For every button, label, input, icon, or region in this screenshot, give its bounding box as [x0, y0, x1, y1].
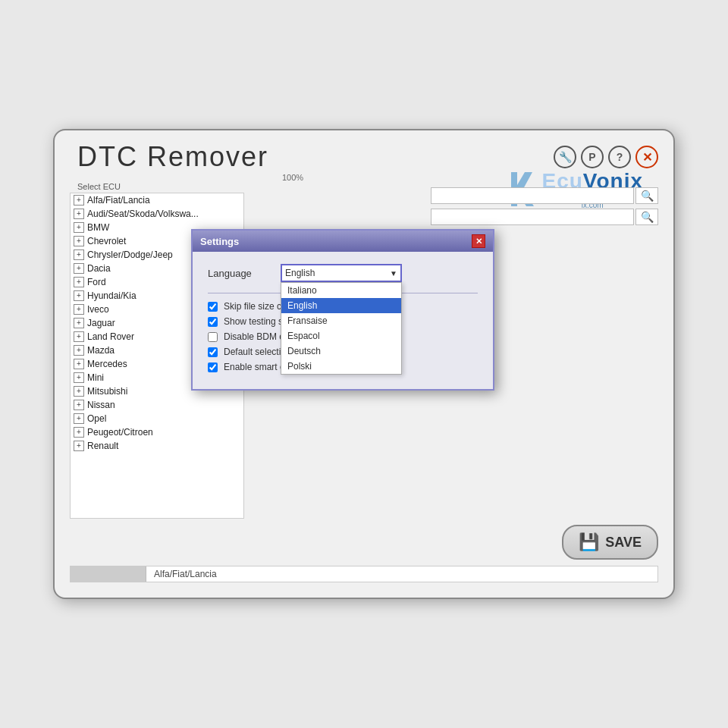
search-input-2[interactable]: [431, 209, 634, 225]
wrench-icon: 🔧: [559, 151, 572, 163]
ecu-list-item[interactable]: +Peugeot/Citroen: [71, 425, 243, 439]
help-icon: ?: [617, 151, 623, 163]
settings-checkbox-input[interactable]: [208, 347, 218, 357]
parking-icon: P: [588, 151, 595, 163]
settings-checkbox-input[interactable]: [208, 302, 218, 312]
expand-icon: +: [74, 427, 84, 438]
language-select-box[interactable]: English ▼: [281, 264, 402, 282]
ecu-list-item[interactable]: +Alfa/Fiat/Lancia: [71, 193, 243, 207]
settings-checkbox-input[interactable]: [208, 317, 218, 327]
expand-icon: +: [74, 413, 84, 424]
language-option[interactable]: Polski: [281, 359, 401, 374]
ecu-item-label: Mitsubishi: [87, 386, 127, 397]
ecu-item-label: Mini: [87, 372, 104, 383]
settings-dialog: Settings ✕ Language English ▼ ItalianoEn…: [191, 229, 494, 391]
parking-icon-btn[interactable]: P: [581, 146, 604, 168]
expand-icon: +: [74, 222, 84, 233]
ecu-item-label: Land Rover: [87, 331, 134, 342]
ecu-list-item[interactable]: +Opel: [71, 412, 243, 425]
ecu-item-label: Ford: [87, 277, 106, 287]
language-option[interactable]: Fransaise: [281, 313, 401, 328]
status-bar: Alfa/Fiat/Lancia: [70, 566, 658, 582]
expand-icon: +: [74, 236, 84, 246]
ecu-item-label: Mazda: [87, 345, 115, 356]
ecu-list-item[interactable]: +Audi/Seat/Skoda/Volkswa...: [71, 207, 243, 221]
expand-icon: +: [74, 331, 84, 342]
settings-titlebar: Settings ✕: [193, 231, 493, 252]
language-dropdown: ItalianoEnglishFransaiseEspacolDeutschPo…: [281, 282, 402, 375]
expand-icon: +: [74, 372, 84, 383]
search-input-1[interactable]: [431, 187, 634, 204]
language-label: Language: [208, 268, 268, 279]
ecu-item-label: Iveco: [87, 304, 109, 315]
language-current: English: [285, 268, 315, 278]
settings-title: Settings: [200, 236, 239, 247]
expand-icon: +: [74, 304, 84, 315]
expand-icon: +: [74, 386, 84, 397]
settings-checkbox-input[interactable]: [208, 332, 218, 342]
title-icons: 🔧 P ? ✕: [554, 146, 658, 168]
close-icon: ✕: [642, 150, 652, 165]
expand-icon: +: [74, 359, 84, 369]
select-ecu-label: Select ECU: [74, 182, 124, 191]
ecu-item-label: Dacia: [87, 263, 111, 274]
settings-icon-btn[interactable]: 🔧: [554, 146, 576, 168]
search-row-2: 🔍: [431, 209, 658, 225]
status-scrollbar[interactable]: [71, 566, 146, 582]
ecu-item-label: Nissan: [87, 400, 115, 410]
expand-icon: +: [74, 249, 84, 260]
ecu-list-item[interactable]: +Renault: [71, 439, 243, 453]
language-row: Language English ▼ ItalianoEnglishFransa…: [208, 264, 478, 282]
ecu-item-label: Chrysler/Dodge/Jeep: [87, 249, 173, 260]
expand-icon: +: [74, 290, 84, 301]
expand-icon: +: [74, 277, 84, 287]
ecu-item-label: Hyundai/Kia: [87, 290, 136, 301]
language-select-container: English ▼ ItalianoEnglishFransaiseEspaco…: [281, 264, 402, 282]
ecu-item-label: Jaguar: [87, 318, 115, 328]
ecu-item-label: Renault: [87, 441, 118, 451]
language-option[interactable]: Italiano: [281, 283, 401, 298]
zoom-label: 100%: [282, 173, 303, 182]
title-bar: DTC Remover 🔧 P ? ✕: [55, 130, 673, 173]
save-icon: 💾: [579, 532, 599, 552]
ecu-item-label: Mercedes: [87, 359, 127, 369]
search-row-1: 🔍: [431, 187, 658, 204]
settings-close-btn[interactable]: ✕: [472, 234, 485, 248]
search-btn-1[interactable]: 🔍: [635, 187, 658, 204]
ecu-item-label: Alfa/Fiat/Lancia: [87, 195, 150, 206]
ecu-item-label: Chevrolet: [87, 236, 126, 246]
expand-icon: +: [74, 209, 84, 219]
expand-icon: +: [74, 400, 84, 410]
expand-icon: +: [74, 441, 84, 451]
settings-body: Language English ▼ ItalianoEnglishFransa…: [193, 252, 493, 389]
help-icon-btn[interactable]: ?: [608, 146, 631, 168]
ecu-item-label: Audi/Seat/Skoda/Volkswa...: [87, 209, 199, 219]
save-label: SAVE: [605, 535, 642, 551]
language-option[interactable]: Deutsch: [281, 344, 401, 359]
main-window: DTC Remover 🔧 P ? ✕ 100% EcuVo: [53, 129, 675, 599]
language-option[interactable]: English: [281, 298, 401, 313]
main-close-btn[interactable]: ✕: [635, 146, 658, 168]
settings-checkbox-input[interactable]: [208, 362, 218, 372]
language-option[interactable]: Espacol: [281, 328, 401, 344]
ecu-item-label: Peugeot/Citroen: [87, 427, 153, 438]
app-title: DTC Remover: [77, 141, 268, 173]
dropdown-arrow-icon: ▼: [390, 269, 397, 278]
ecu-list-item[interactable]: +Nissan: [71, 398, 243, 412]
search-btn-2[interactable]: 🔍: [635, 209, 658, 225]
expand-icon: +: [74, 318, 84, 328]
ecu-item-label: Opel: [87, 413, 106, 424]
expand-icon: +: [74, 263, 84, 274]
save-button[interactable]: 💾 SAVE: [562, 525, 658, 560]
status-text: Alfa/Fiat/Lancia: [146, 569, 224, 579]
expand-icon: +: [74, 345, 84, 356]
expand-icon: +: [74, 195, 84, 206]
ecu-item-label: BMW: [87, 222, 109, 233]
